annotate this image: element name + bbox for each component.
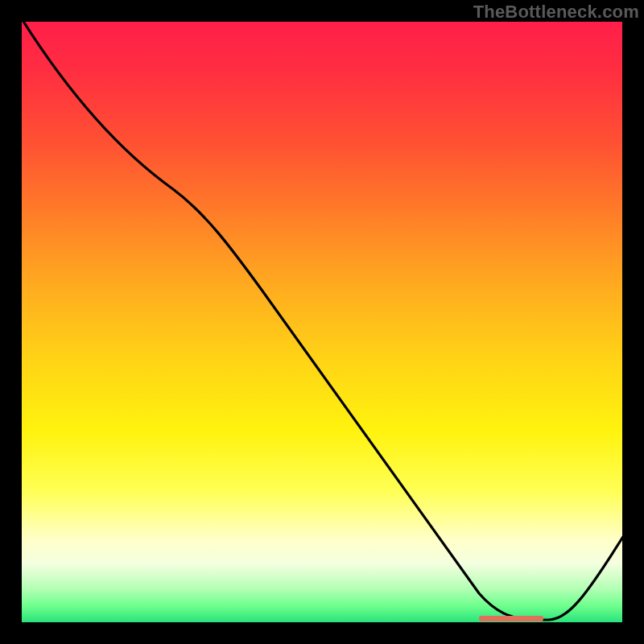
chart-container: TheBottleneck.com — [0, 0, 644, 644]
bottleneck-curve-line — [23, 20, 624, 620]
minimum-marker — [479, 616, 543, 621]
chart-svg — [20, 20, 624, 624]
watermark-text: TheBottleneck.com — [473, 2, 639, 23]
plot-area — [20, 20, 624, 624]
